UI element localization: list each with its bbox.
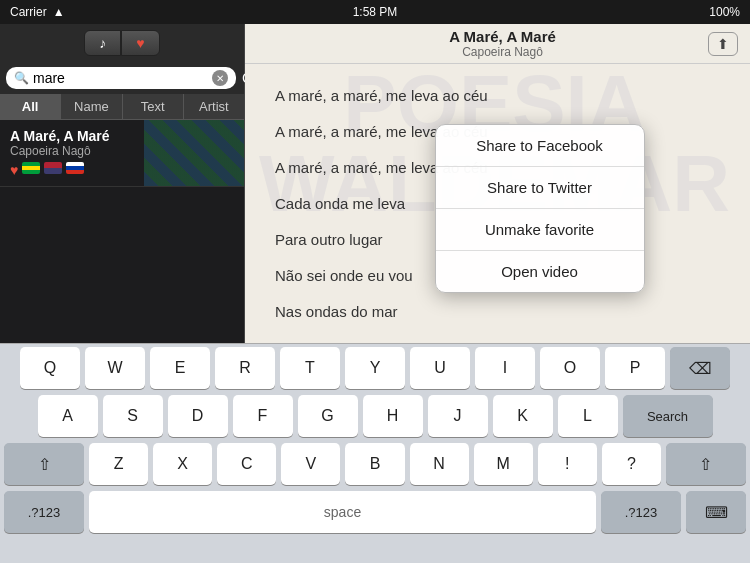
search-input[interactable]: [33, 70, 208, 86]
carrier-label: Carrier: [10, 5, 47, 19]
popup-share-facebook[interactable]: Share to Facebook: [436, 125, 644, 167]
key-d[interactable]: D: [168, 395, 228, 437]
status-bar: Carrier ▲ 1:58 PM 100%: [0, 0, 750, 24]
filter-tab-artist[interactable]: Artist: [184, 94, 244, 119]
filter-tab-name[interactable]: Name: [61, 94, 122, 119]
right-panel: POESIAWALDEMAR A Maré, A Maré Capoeira N…: [245, 24, 750, 343]
search-bar: 🔍 ✕ Cancel: [0, 62, 244, 94]
lyric-line-6: Nas ondas do mar: [275, 300, 720, 324]
clear-search-button[interactable]: ✕: [212, 70, 228, 86]
heart-nav-button[interactable]: ♥: [121, 30, 159, 56]
left-top-nav: ♪ ♥: [0, 24, 244, 62]
key-g[interactable]: G: [298, 395, 358, 437]
keyboard-bottom-row: .?123 space .?123 ⌨: [0, 488, 750, 536]
right-song-title: A Maré, A Maré: [297, 28, 708, 45]
popup-open-video[interactable]: Open video: [436, 251, 644, 292]
key-q[interactable]: Q: [20, 347, 80, 389]
key-space[interactable]: space: [89, 491, 596, 533]
key-l[interactable]: L: [558, 395, 618, 437]
key-shift[interactable]: ⇧: [4, 443, 84, 485]
key-b[interactable]: B: [345, 443, 404, 485]
search-glass-icon: 🔍: [14, 71, 29, 85]
filter-tabs: All Name Text Artist: [0, 94, 244, 120]
key-f[interactable]: F: [233, 395, 293, 437]
key-delete[interactable]: ⌫: [670, 347, 730, 389]
key-h[interactable]: H: [363, 395, 423, 437]
key-x[interactable]: X: [153, 443, 212, 485]
battery-label: 100%: [709, 5, 740, 19]
popup-unmake-favorite[interactable]: Unmake favorite: [436, 209, 644, 251]
song-info: A Maré, A Maré Capoeira Nagô: [297, 28, 708, 59]
popup-menu: Share to Facebook Share to Twitter Unmak…: [435, 124, 645, 293]
filter-tab-text[interactable]: Text: [123, 94, 184, 119]
song-list: A Maré, A Maré Capoeira Nagô ♥: [0, 120, 244, 343]
key-o[interactable]: O: [540, 347, 600, 389]
lyric-line-0: A maré, a maré, me leva ao céu: [275, 84, 720, 108]
key-question[interactable]: ?: [602, 443, 661, 485]
keyboard-row-3: ⇧ Z X C V B N M ! ? ⇧: [0, 440, 750, 488]
key-c[interactable]: C: [217, 443, 276, 485]
search-input-wrap: 🔍 ✕: [6, 67, 236, 89]
share-icon: ⬆: [717, 36, 729, 52]
wifi-icon: ▲: [53, 5, 65, 19]
key-symbol-left[interactable]: .?123: [4, 491, 84, 533]
key-excl[interactable]: !: [538, 443, 597, 485]
list-item[interactable]: A Maré, A Maré Capoeira Nagô ♥: [0, 120, 244, 187]
time-label: 1:58 PM: [353, 5, 398, 19]
keyboard-area: Q W E R T Y U I O P ⌫ A S D F G H J K L …: [0, 343, 750, 563]
key-y[interactable]: Y: [345, 347, 405, 389]
key-j[interactable]: J: [428, 395, 488, 437]
key-k[interactable]: K: [493, 395, 553, 437]
right-song-artist: Capoeira Nagô: [297, 45, 708, 59]
key-w[interactable]: W: [85, 347, 145, 389]
key-shift-right[interactable]: ⇧: [666, 443, 746, 485]
key-m[interactable]: M: [474, 443, 533, 485]
right-header: A Maré, A Maré Capoeira Nagô ⬆: [245, 24, 750, 64]
key-i[interactable]: I: [475, 347, 535, 389]
key-n[interactable]: N: [410, 443, 469, 485]
music-nav-button[interactable]: ♪: [84, 30, 121, 56]
key-r[interactable]: R: [215, 347, 275, 389]
key-symbol-right[interactable]: .?123: [601, 491, 681, 533]
key-t[interactable]: T: [280, 347, 340, 389]
key-e[interactable]: E: [150, 347, 210, 389]
main-layout: ♪ ♥ 🔍 ✕ Cancel All Name Text Artist A Ma…: [0, 24, 750, 343]
key-keyboard[interactable]: ⌨: [686, 491, 746, 533]
keyboard-row-1: Q W E R T Y U I O P ⌫: [0, 344, 750, 392]
keyboard-row-2: A S D F G H J K L Search: [0, 392, 750, 440]
heart-flag-icon: ♥: [10, 162, 18, 178]
popup-share-twitter[interactable]: Share to Twitter: [436, 167, 644, 209]
brazil-flag-icon: [22, 162, 40, 174]
filter-tab-all[interactable]: All: [0, 94, 61, 119]
left-panel: ♪ ♥ 🔍 ✕ Cancel All Name Text Artist A Ma…: [0, 24, 245, 343]
us-flag-icon: [44, 162, 62, 174]
key-u[interactable]: U: [410, 347, 470, 389]
key-v[interactable]: V: [281, 443, 340, 485]
key-z[interactable]: Z: [89, 443, 148, 485]
share-button[interactable]: ⬆: [708, 32, 738, 56]
russia-flag-icon: [66, 162, 84, 174]
key-s[interactable]: S: [103, 395, 163, 437]
key-search[interactable]: Search: [623, 395, 713, 437]
key-a[interactable]: A: [38, 395, 98, 437]
key-p[interactable]: P: [605, 347, 665, 389]
